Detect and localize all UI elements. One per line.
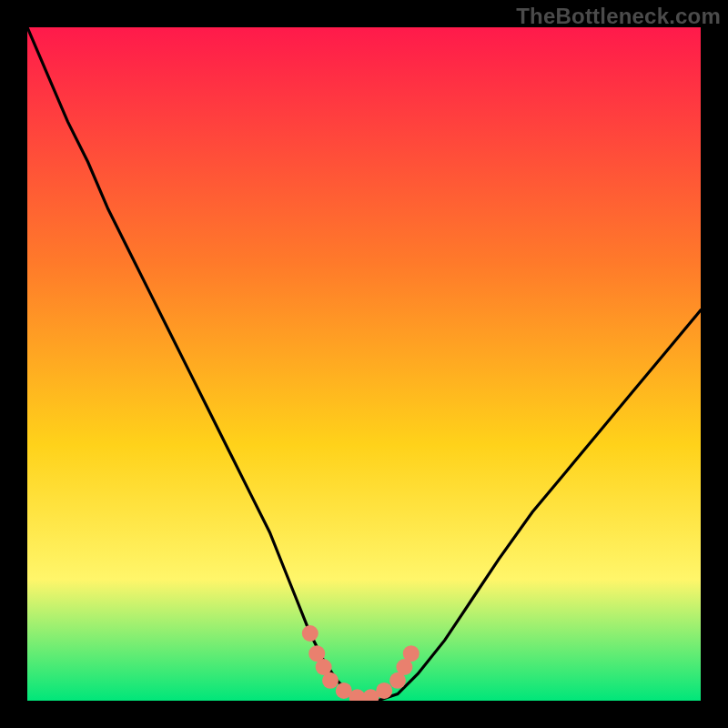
chart-frame: TheBottleneck.com [0, 0, 728, 728]
marker-dot [403, 645, 420, 662]
watermark-label: TheBottleneck.com [516, 4, 721, 29]
marker-dot [302, 625, 318, 642]
marker-dot [376, 682, 392, 699]
marker-dot [322, 672, 339, 689]
gradient-background [27, 27, 701, 701]
plot-area [27, 27, 701, 701]
bottleneck-chart [27, 27, 701, 701]
